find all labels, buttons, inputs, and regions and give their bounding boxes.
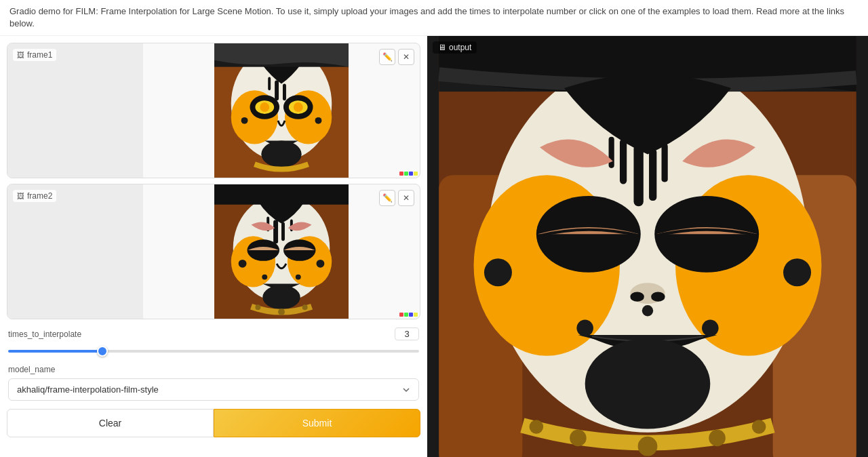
slider-container: [8, 344, 419, 358]
svg-point-28: [239, 260, 247, 268]
frame2-label: 🖼 frame2: [13, 190, 56, 202]
frame1-edit-button[interactable]: ✏️: [379, 49, 395, 65]
frame2-placeholder[interactable]: [7, 184, 143, 319]
svg-point-35: [302, 305, 308, 311]
svg-point-55: [585, 339, 711, 429]
svg-rect-20: [281, 222, 285, 241]
svg-rect-45: [662, 144, 668, 182]
controls-section: times_to_interpolate 3 model_name akhali…: [7, 325, 420, 403]
clear-button[interactable]: Clear: [7, 409, 214, 437]
svg-point-29: [316, 260, 324, 268]
svg-point-13: [261, 141, 301, 168]
svg-rect-2: [275, 81, 279, 101]
frame2-edit-button[interactable]: ✏️: [379, 190, 395, 206]
output-label: 🖥 output: [433, 41, 477, 54]
frame2-upload-box[interactable]: 🖼 frame2 ✏️ ✕: [7, 184, 420, 319]
svg-point-12: [294, 102, 303, 112]
svg-rect-19: [273, 220, 278, 244]
svg-point-34: [278, 309, 285, 316]
svg-rect-3: [283, 84, 286, 101]
frame1-clear-button[interactable]: ✕: [398, 49, 414, 65]
svg-point-54: [642, 305, 653, 316]
svg-rect-4: [268, 77, 271, 91]
svg-point-30: [262, 275, 267, 280]
model-name-select[interactable]: akhaliq/frame-interpolation-film-style: [8, 378, 419, 401]
svg-rect-46: [609, 137, 614, 168]
frame1-upload-box[interactable]: 🖼 frame1 ✏️ ✕: [7, 43, 420, 178]
svg-point-31: [296, 275, 301, 280]
svg-point-60: [530, 420, 544, 435]
top-bar: Gradio demo for FILM: Frame Interpolatio…: [0, 0, 868, 36]
frame2-actions: ✏️ ✕: [379, 190, 414, 206]
button-row: Clear Submit: [7, 409, 420, 437]
frame1-placeholder[interactable]: [7, 43, 143, 178]
image-icon-1: 🖼: [17, 51, 24, 59]
slider-label: times_to_interpolate: [8, 330, 81, 339]
frame2-clear-button[interactable]: ✕: [398, 190, 414, 206]
output-svg: [427, 36, 868, 457]
description-text: Gradio demo for FILM: Frame Interpolatio…: [9, 6, 844, 28]
slider-value: 3: [395, 327, 419, 340]
submit-button[interactable]: Submit: [214, 409, 420, 437]
svg-point-62: [638, 437, 658, 456]
left-panel: 🖼 frame1 ✏️ ✕: [0, 36, 427, 457]
frame1-preview: [143, 43, 420, 178]
frame1-color-strip: [399, 172, 418, 176]
svg-rect-32: [214, 184, 349, 205]
svg-rect-43: [649, 149, 656, 201]
svg-point-11: [260, 102, 269, 112]
svg-point-33: [255, 305, 260, 311]
svg-point-61: [570, 430, 587, 447]
svg-rect-44: [620, 139, 627, 184]
frame2-color-strip: [399, 313, 418, 317]
svg-point-64: [752, 420, 766, 435]
frame2-preview: [143, 184, 420, 319]
dropdown-section: model_name akhaliq/frame-interpolation-f…: [8, 365, 419, 401]
model-name-label: model_name: [8, 365, 419, 374]
svg-point-58: [576, 320, 593, 337]
svg-point-57: [783, 259, 811, 287]
frame1-svg: [143, 43, 420, 178]
svg-point-14: [241, 117, 248, 124]
svg-rect-42: [633, 144, 643, 206]
frame2-svg: [143, 184, 420, 319]
times-to-interpolate-slider[interactable]: [8, 350, 419, 353]
slider-section: times_to_interpolate 3: [8, 327, 419, 358]
svg-point-59: [702, 320, 719, 337]
svg-point-63: [709, 430, 726, 447]
svg-point-56: [484, 259, 512, 287]
svg-point-27: [262, 285, 300, 310]
frame1-label: 🖼 frame1: [13, 49, 56, 61]
image-icon-2: 🖼: [17, 192, 24, 200]
svg-point-52: [630, 292, 644, 302]
output-icon: 🖥: [438, 43, 446, 52]
frame1-actions: ✏️ ✕: [379, 49, 414, 65]
svg-point-53: [651, 292, 665, 302]
svg-point-50: [654, 196, 759, 273]
svg-point-15: [315, 117, 322, 124]
right-panel: 🖥 output: [427, 36, 868, 457]
